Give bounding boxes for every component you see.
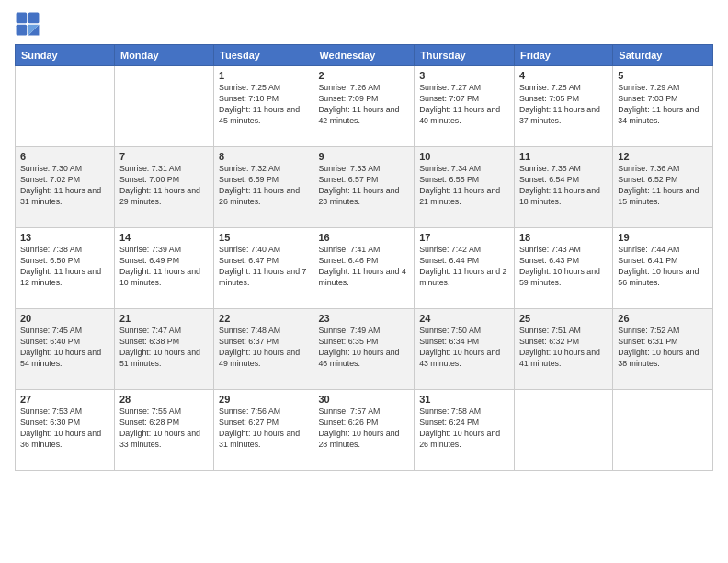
day-number: 8 [219, 151, 308, 162]
svg-rect-0 [17, 13, 28, 24]
day-cell: 8Sunrise: 7:32 AM Sunset: 6:59 PM Daylig… [214, 147, 313, 228]
header-day-sunday: Sunday [16, 45, 115, 66]
day-number: 11 [519, 151, 608, 162]
day-info: Sunrise: 7:48 AM Sunset: 6:37 PM Dayligh… [219, 326, 308, 370]
day-info: Sunrise: 7:57 AM Sunset: 6:26 PM Dayligh… [318, 407, 409, 451]
day-number: 19 [618, 232, 708, 243]
day-number: 1 [219, 70, 308, 81]
day-info: Sunrise: 7:34 AM Sunset: 6:55 PM Dayligh… [419, 164, 509, 208]
week-row-1: 6Sunrise: 7:30 AM Sunset: 7:02 PM Daylig… [16, 147, 713, 228]
day-info: Sunrise: 7:29 AM Sunset: 7:03 PM Dayligh… [618, 83, 708, 127]
day-cell: 2Sunrise: 7:26 AM Sunset: 7:09 PM Daylig… [313, 66, 415, 147]
header-day-wednesday: Wednesday [313, 45, 415, 66]
day-info: Sunrise: 7:28 AM Sunset: 7:05 PM Dayligh… [519, 83, 608, 127]
day-cell: 19Sunrise: 7:44 AM Sunset: 6:41 PM Dayli… [613, 228, 713, 309]
day-cell: 21Sunrise: 7:47 AM Sunset: 6:38 PM Dayli… [114, 309, 213, 390]
day-cell: 13Sunrise: 7:38 AM Sunset: 6:50 PM Dayli… [16, 228, 115, 309]
day-number: 22 [219, 313, 308, 324]
day-number: 30 [318, 394, 409, 405]
day-info: Sunrise: 7:43 AM Sunset: 6:43 PM Dayligh… [519, 245, 608, 289]
day-info: Sunrise: 7:41 AM Sunset: 6:46 PM Dayligh… [318, 245, 409, 289]
day-number: 9 [318, 151, 409, 162]
week-row-4: 27Sunrise: 7:53 AM Sunset: 6:30 PM Dayli… [16, 390, 713, 471]
day-number: 27 [20, 394, 109, 405]
day-cell: 29Sunrise: 7:56 AM Sunset: 6:27 PM Dayli… [214, 390, 313, 471]
day-cell: 17Sunrise: 7:42 AM Sunset: 6:44 PM Dayli… [415, 228, 515, 309]
day-number: 14 [119, 232, 209, 243]
day-cell: 14Sunrise: 7:39 AM Sunset: 6:49 PM Dayli… [114, 228, 213, 309]
day-number: 23 [318, 313, 409, 324]
day-number: 25 [519, 313, 608, 324]
day-cell: 10Sunrise: 7:34 AM Sunset: 6:55 PM Dayli… [415, 147, 515, 228]
day-number: 15 [219, 232, 308, 243]
header-day-monday: Monday [114, 45, 213, 66]
day-cell: 25Sunrise: 7:51 AM Sunset: 6:32 PM Dayli… [514, 309, 612, 390]
day-cell [16, 66, 115, 147]
day-number: 12 [618, 151, 708, 162]
header-day-friday: Friday [514, 45, 612, 66]
header-day-saturday: Saturday [613, 45, 713, 66]
logo [15, 11, 44, 37]
day-info: Sunrise: 7:36 AM Sunset: 6:52 PM Dayligh… [618, 164, 708, 208]
day-cell: 11Sunrise: 7:35 AM Sunset: 6:54 PM Dayli… [514, 147, 612, 228]
day-cell [114, 66, 213, 147]
day-cell: 30Sunrise: 7:57 AM Sunset: 6:26 PM Dayli… [313, 390, 415, 471]
day-number: 4 [519, 70, 608, 81]
day-number: 26 [618, 313, 708, 324]
day-cell: 18Sunrise: 7:43 AM Sunset: 6:43 PM Dayli… [514, 228, 612, 309]
day-number: 28 [119, 394, 209, 405]
week-row-0: 1Sunrise: 7:25 AM Sunset: 7:10 PM Daylig… [16, 66, 713, 147]
day-number: 21 [119, 313, 209, 324]
day-info: Sunrise: 7:30 AM Sunset: 7:02 PM Dayligh… [20, 164, 109, 208]
svg-rect-2 [17, 25, 28, 36]
week-row-2: 13Sunrise: 7:38 AM Sunset: 6:50 PM Dayli… [16, 228, 713, 309]
day-cell: 22Sunrise: 7:48 AM Sunset: 6:37 PM Dayli… [214, 309, 313, 390]
day-cell: 12Sunrise: 7:36 AM Sunset: 6:52 PM Dayli… [613, 147, 713, 228]
day-info: Sunrise: 7:53 AM Sunset: 6:30 PM Dayligh… [20, 407, 109, 451]
day-cell: 16Sunrise: 7:41 AM Sunset: 6:46 PM Dayli… [313, 228, 415, 309]
day-info: Sunrise: 7:45 AM Sunset: 6:40 PM Dayligh… [20, 326, 109, 370]
day-cell: 26Sunrise: 7:52 AM Sunset: 6:31 PM Dayli… [613, 309, 713, 390]
day-info: Sunrise: 7:32 AM Sunset: 6:59 PM Dayligh… [219, 164, 308, 208]
day-info: Sunrise: 7:50 AM Sunset: 6:34 PM Dayligh… [419, 326, 509, 370]
calendar-table: SundayMondayTuesdayWednesdayThursdayFrid… [15, 44, 713, 471]
day-info: Sunrise: 7:47 AM Sunset: 6:38 PM Dayligh… [119, 326, 209, 370]
day-cell: 31Sunrise: 7:58 AM Sunset: 6:24 PM Dayli… [415, 390, 515, 471]
day-info: Sunrise: 7:58 AM Sunset: 6:24 PM Dayligh… [419, 407, 509, 451]
day-number: 16 [318, 232, 409, 243]
day-info: Sunrise: 7:44 AM Sunset: 6:41 PM Dayligh… [618, 245, 708, 289]
day-cell: 4Sunrise: 7:28 AM Sunset: 7:05 PM Daylig… [514, 66, 612, 147]
day-number: 7 [119, 151, 209, 162]
calendar-header: SundayMondayTuesdayWednesdayThursdayFrid… [16, 45, 713, 66]
svg-rect-1 [28, 13, 40, 24]
day-cell: 28Sunrise: 7:55 AM Sunset: 6:28 PM Dayli… [114, 390, 213, 471]
day-number: 10 [419, 151, 509, 162]
day-number: 24 [419, 313, 509, 324]
day-cell: 9Sunrise: 7:33 AM Sunset: 6:57 PM Daylig… [313, 147, 415, 228]
week-row-3: 20Sunrise: 7:45 AM Sunset: 6:40 PM Dayli… [16, 309, 713, 390]
day-cell [514, 390, 612, 471]
day-info: Sunrise: 7:39 AM Sunset: 6:49 PM Dayligh… [119, 245, 209, 289]
calendar-page: SundayMondayTuesdayWednesdayThursdayFrid… [0, 0, 728, 563]
day-info: Sunrise: 7:40 AM Sunset: 6:47 PM Dayligh… [219, 245, 308, 289]
day-info: Sunrise: 7:38 AM Sunset: 6:50 PM Dayligh… [20, 245, 109, 289]
day-cell: 20Sunrise: 7:45 AM Sunset: 6:40 PM Dayli… [16, 309, 115, 390]
header-day-thursday: Thursday [415, 45, 515, 66]
day-info: Sunrise: 7:56 AM Sunset: 6:27 PM Dayligh… [219, 407, 308, 451]
day-info: Sunrise: 7:35 AM Sunset: 6:54 PM Dayligh… [519, 164, 608, 208]
day-number: 2 [318, 70, 409, 81]
day-cell: 7Sunrise: 7:31 AM Sunset: 7:00 PM Daylig… [114, 147, 213, 228]
day-number: 31 [419, 394, 509, 405]
day-cell: 1Sunrise: 7:25 AM Sunset: 7:10 PM Daylig… [214, 66, 313, 147]
day-info: Sunrise: 7:51 AM Sunset: 6:32 PM Dayligh… [519, 326, 608, 370]
day-number: 29 [219, 394, 308, 405]
day-cell: 5Sunrise: 7:29 AM Sunset: 7:03 PM Daylig… [613, 66, 713, 147]
header-day-tuesday: Tuesday [214, 45, 313, 66]
logo-icon [15, 11, 40, 37]
day-info: Sunrise: 7:31 AM Sunset: 7:00 PM Dayligh… [119, 164, 209, 208]
day-number: 18 [519, 232, 608, 243]
day-number: 20 [20, 313, 109, 324]
day-cell: 27Sunrise: 7:53 AM Sunset: 6:30 PM Dayli… [16, 390, 115, 471]
day-info: Sunrise: 7:25 AM Sunset: 7:10 PM Dayligh… [219, 83, 308, 127]
day-cell: 6Sunrise: 7:30 AM Sunset: 7:02 PM Daylig… [16, 147, 115, 228]
